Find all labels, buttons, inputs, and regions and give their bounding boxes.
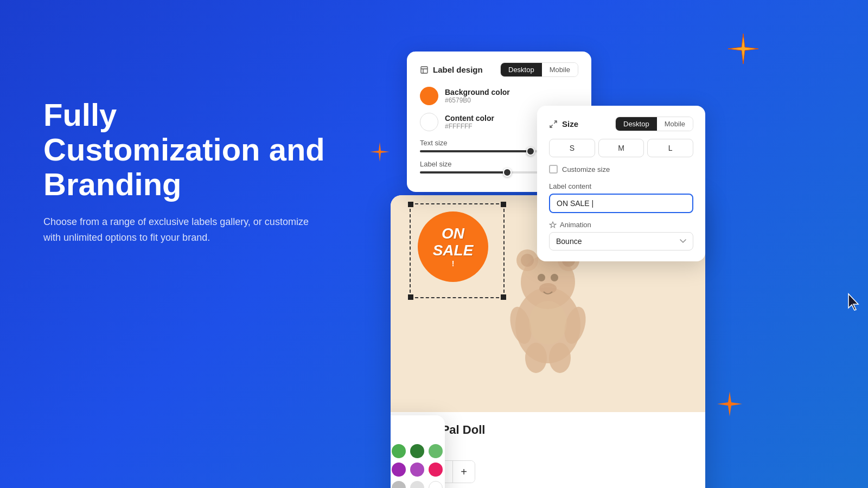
svg-point-11 (539, 283, 557, 294)
size-s-btn[interactable]: S (549, 139, 595, 157)
ui-cards-container: Label design Desktop Mobile Background c… (380, 0, 868, 488)
size-btn-group: S M L (549, 139, 693, 157)
label-size-thumb[interactable] (503, 168, 512, 177)
label-design-title: Label design (420, 65, 483, 74)
svg-point-7 (521, 254, 534, 267)
color-dot[interactable] (392, 463, 406, 477)
hero-subtitle: Choose from a range of exclusive labels … (43, 214, 326, 246)
handle-br[interactable] (501, 294, 506, 300)
svg-point-9 (538, 274, 545, 281)
color-dot[interactable] (429, 444, 443, 458)
handle-tl[interactable] (408, 202, 413, 207)
color-dot[interactable] (410, 444, 424, 458)
color-dot[interactable] (429, 481, 443, 488)
svg-point-15 (549, 343, 571, 373)
cursor-icon (846, 293, 863, 314)
svg-point-14 (525, 343, 547, 373)
label-icon (420, 66, 429, 74)
desktop-toggle-btn[interactable]: Desktop (501, 63, 542, 76)
card-header: Label design Desktop Mobile (420, 62, 578, 77)
color-picker-card: Color (391, 415, 445, 488)
hero-title: Fully Customization and Branding (43, 98, 326, 201)
text-size-fill (420, 150, 531, 152)
text-size-thumb[interactable] (526, 147, 535, 156)
background-color-row: Background color #6579B0 (420, 87, 578, 105)
handle-bl[interactable] (408, 294, 413, 300)
on-sale-badge: ON SALE ! (418, 211, 488, 282)
resize-icon (549, 120, 558, 129)
color-dot[interactable] (410, 481, 424, 488)
on-sale-text: ON SALE (433, 226, 474, 259)
size-card-title: Size (549, 119, 578, 129)
product-price: $12.00 (404, 440, 692, 452)
size-desktop-btn[interactable]: Desktop (616, 117, 657, 131)
svg-rect-0 (421, 67, 427, 73)
animation-select[interactable]: Bounce None Pulse Shake Fade (549, 232, 693, 251)
svg-point-10 (551, 274, 558, 281)
hero-section: Fully Customization and Branding Choose … (43, 98, 326, 246)
svg-point-16 (529, 301, 567, 344)
size-card: Size Desktop Mobile S M L Customize size… (537, 106, 705, 261)
handle-tr[interactable] (501, 202, 506, 207)
label-content-input[interactable] (549, 194, 693, 213)
label-design-toggle[interactable]: Desktop Mobile (500, 62, 578, 77)
color-grid (391, 444, 434, 488)
size-toggle[interactable]: Desktop Mobile (615, 117, 693, 131)
color-picker-title: Color (391, 425, 434, 436)
product-name: Sweet Pal Doll (404, 423, 692, 437)
color-dot[interactable] (392, 481, 406, 488)
animation-icon (549, 221, 557, 229)
qty-increase-btn[interactable]: + (453, 461, 475, 483)
customize-checkbox[interactable] (549, 165, 558, 174)
customize-size-check: Customize size (549, 165, 693, 174)
content-color-swatch[interactable] (420, 113, 438, 131)
size-m-btn[interactable]: M (598, 139, 644, 157)
color-dot[interactable] (410, 463, 424, 477)
size-card-header: Size Desktop Mobile (549, 117, 693, 131)
label-size-fill (420, 171, 507, 174)
svg-line-1 (554, 121, 557, 124)
color-dot[interactable] (392, 444, 406, 458)
animation-section: Animation Bounce None Pulse Shake Fade (549, 221, 693, 251)
mobile-toggle-btn[interactable]: Mobile (542, 63, 578, 76)
size-l-btn[interactable]: L (647, 139, 693, 157)
label-content-section: Label content (549, 182, 693, 213)
size-mobile-btn[interactable]: Mobile (657, 117, 693, 131)
background-color-swatch[interactable] (420, 87, 438, 105)
svg-line-2 (550, 125, 553, 127)
color-dot[interactable] (429, 463, 443, 477)
